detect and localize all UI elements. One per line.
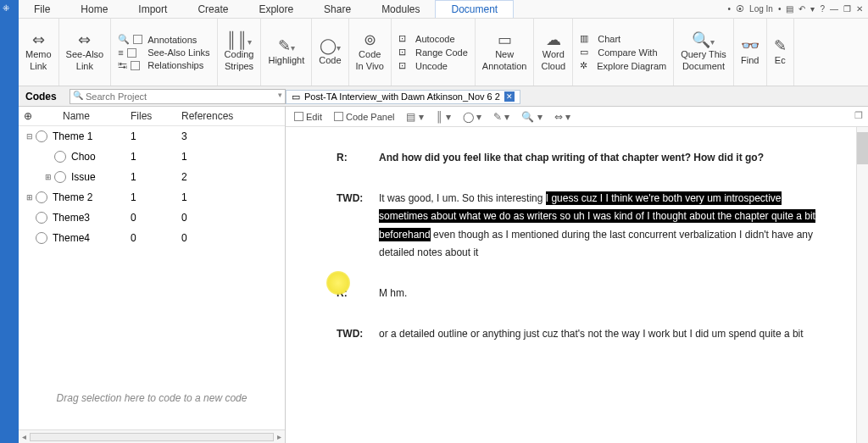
explore-diagram-button[interactable]: ✲ Explore Diagram [580, 60, 666, 71]
code-row[interactable]: ⊞ Issue12 [19, 167, 285, 187]
transcript-row[interactable]: R:And how did you feel like that chap wr… [337, 149, 826, 168]
login-label[interactable]: Log In [749, 4, 773, 14]
undo-icon[interactable]: ↶ [798, 4, 805, 14]
tab-icon[interactable]: ⭾ [118, 60, 142, 70]
binoculars-icon: 👓 [741, 38, 760, 53]
menubar: File Home Import Create Explore Share Mo… [19, 0, 868, 19]
chart-button[interactable]: ▥ Chart [580, 33, 666, 44]
speech-text[interactable]: M hm. [379, 285, 826, 303]
circle-icon: ◯▾ [320, 38, 341, 53]
annotations-toggle[interactable]: Annotations [147, 35, 209, 45]
stripes-tool-icon[interactable]: ║ ▾ [436, 111, 451, 123]
window-minimize-icon[interactable]: — [830, 4, 838, 14]
menu-home[interactable]: Home [65, 1, 123, 18]
code-row[interactable]: Choo11 [19, 147, 285, 167]
col-name[interactable]: Name [37, 110, 131, 122]
link-icon: ⇔ [32, 32, 45, 47]
dropdown-icon[interactable]: ▾ [810, 4, 815, 14]
speech-text[interactable]: And how did you feel like that chap writ… [379, 149, 826, 168]
range-code-button[interactable]: ⊡ Range Code [398, 47, 468, 58]
autocode-icon: ⊡ [398, 33, 406, 44]
code-row[interactable]: Theme300 [19, 208, 285, 228]
new-annotation-button[interactable]: ▭ New Annotation [476, 19, 535, 86]
titlebar-dot-icon: • [728, 4, 732, 14]
search-icon: 🔍 [73, 91, 83, 100]
transcript-row[interactable]: TWD:It was good, I um. So this interesti… [337, 190, 826, 263]
link-icon: ⇔ [78, 32, 91, 47]
h-scrollbar[interactable]: ◂▸ [19, 429, 285, 443]
window-restore-icon[interactable]: ❐ [843, 4, 851, 14]
maximize-pane-icon[interactable]: ❐ [854, 110, 863, 121]
diagram-icon: ✲ [580, 60, 587, 71]
window-close-icon[interactable]: ✕ [856, 4, 863, 14]
cloud-icon: ☁ [546, 32, 561, 47]
range-icon: ⊡ [398, 47, 406, 58]
drag-hint: Drag selection here to code to a new cod… [19, 367, 285, 429]
speaker-label: R: [337, 149, 365, 168]
query-document-button[interactable]: 🔍▾ Query This Document [674, 19, 734, 86]
v-scrollbar[interactable] [856, 127, 868, 443]
chart-icon: ▥ [580, 33, 588, 44]
col-refs[interactable]: References [181, 110, 280, 122]
uncode-button[interactable]: ⊡ Uncode [398, 60, 468, 71]
code-invivo-button[interactable]: ⊚ Code In Vivo [349, 19, 392, 86]
coding-stripes-button[interactable]: ║║▾ Coding Stripes [218, 19, 262, 86]
transcript-row[interactable]: TWD:or a detailed outline or anything ju… [337, 325, 826, 344]
relationships-toggle[interactable]: Relationships [147, 60, 209, 70]
autocode-button[interactable]: ⊡ Autocode [398, 33, 468, 44]
search-dropdown-icon[interactable]: ▾ [278, 91, 282, 99]
transcript-row[interactable]: R:M hm. [337, 285, 826, 303]
link-tool-icon[interactable]: ⇔ ▾ [554, 111, 570, 123]
code-panel-toggle[interactable]: Code Panel [334, 112, 395, 122]
uncode-icon: ⊡ [398, 60, 406, 71]
list-icon[interactable]: ≡ [118, 47, 142, 58]
stripes-icon: ║║▾ [226, 32, 253, 47]
app-grip-icon: ⁜ [0, 0, 19, 16]
add-code-icon[interactable]: ⊕ [24, 110, 37, 122]
search-input[interactable] [70, 89, 286, 104]
col-files[interactable]: Files [131, 110, 181, 122]
edit-toggle[interactable]: Edit [294, 112, 322, 122]
menu-share[interactable]: Share [309, 1, 366, 18]
annotation-icon: ▭ [498, 32, 512, 47]
login-icon[interactable]: ⦿ [736, 4, 744, 14]
highlight-button[interactable]: ✎▾ Highlight [261, 19, 312, 86]
query-icon: 🔍▾ [692, 32, 715, 47]
menu-modules[interactable]: Modules [366, 1, 435, 18]
codes-tree: ⊕ Name Files References ⊟ Theme 113 Choo… [19, 107, 286, 443]
speech-text[interactable]: It was good, I um. So this interesting I… [379, 190, 826, 263]
ribbon: ⇔ Memo Link ⇔ See-Also Link 🔍 ≡ ⭾ Annota… [19, 19, 868, 86]
speech-text[interactable]: or a detailed outline or anything just c… [379, 325, 826, 344]
close-tab-icon[interactable]: ✕ [504, 91, 515, 102]
code-row[interactable]: ⊞ Theme 211 [19, 187, 285, 208]
memo-link-button[interactable]: ⇔ Memo Link [19, 19, 59, 86]
seealso-link-button[interactable]: ⇔ See-Also Link [59, 19, 112, 86]
codes-panel-label: Codes [19, 91, 70, 102]
edit-button-truncated[interactable]: ✎ Ec [767, 19, 794, 86]
menu-file[interactable]: File [19, 1, 65, 18]
menu-document[interactable]: Document [435, 0, 514, 18]
document-tab-label: Post-TA Interview_with Dawn Atkinson_Nov… [304, 91, 500, 102]
menu-create[interactable]: Create [182, 1, 243, 18]
document-tab[interactable]: ▭ Post-TA Interview_with Dawn Atkinson_N… [286, 90, 520, 104]
find-button[interactable]: 👓 Find [734, 19, 767, 86]
word-cloud-button[interactable]: ☁ Word Cloud [534, 19, 573, 86]
code-button[interactable]: ◯▾ Code [312, 19, 348, 86]
highlighter-icon: ✎▾ [278, 38, 295, 53]
seealso-links-toggle[interactable]: See-Also Links [147, 47, 209, 58]
save-icon[interactable]: ▤ [786, 4, 793, 14]
speaker-label: R: [337, 285, 365, 303]
menu-import[interactable]: Import [123, 1, 182, 18]
menu-explore[interactable]: Explore [243, 1, 309, 18]
compare-button[interactable]: ▭ Compare With [580, 47, 666, 58]
code-row[interactable]: Theme400 [19, 228, 285, 248]
pencil-icon: ✎ [774, 38, 787, 53]
code-tool-icon[interactable]: ◯ ▾ [463, 111, 481, 123]
document-area: Edit Code Panel ▤ ▾ ║ ▾ ◯ ▾ ✎ ▾ 🔍 ▾ ⇔ ▾ … [286, 107, 868, 443]
zoom-icon[interactable]: 🔍 [118, 34, 142, 45]
highlight-tool-icon[interactable]: ✎ ▾ [493, 111, 509, 123]
help-icon[interactable]: ? [820, 4, 825, 14]
code-row[interactable]: ⊟ Theme 113 [19, 126, 285, 147]
layout-icon[interactable]: ▤ ▾ [406, 111, 423, 123]
zoom-tool-icon[interactable]: 🔍 ▾ [521, 111, 542, 123]
